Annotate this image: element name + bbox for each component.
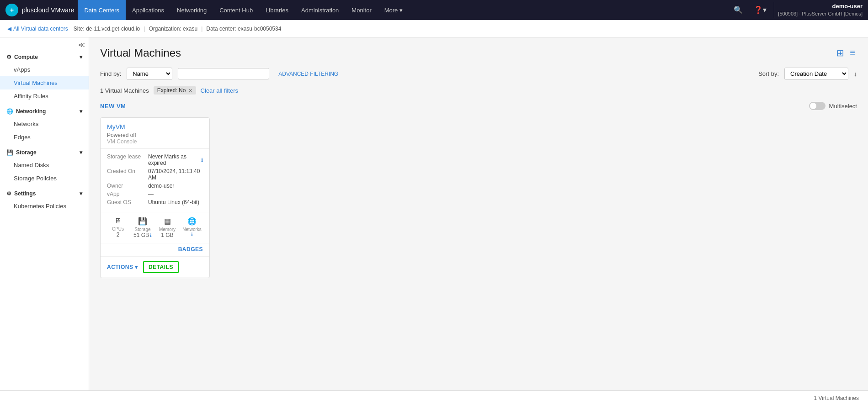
settings-chevron-icon: ▾ xyxy=(80,190,82,197)
networking-section-label: Networking xyxy=(16,108,80,115)
sidebar-collapse-btn[interactable]: ≪ xyxy=(78,41,85,48)
details-button[interactable]: DETAILS xyxy=(143,261,179,273)
nav-item-administration[interactable]: Administration xyxy=(295,0,345,20)
sidebar-section-networking-header[interactable]: 🌐 Networking ▾ xyxy=(0,105,89,117)
vm-detail-row-created-on: Created On 07/10/2024, 11:13:40 AM xyxy=(107,168,203,181)
settings-section-icon: ⚙ xyxy=(6,190,11,197)
filter-tag-remove-icon[interactable]: × xyxy=(188,87,192,94)
breadcrumb-sep-1: | xyxy=(144,26,145,32)
networks-info-icon[interactable]: ℹ xyxy=(191,232,193,237)
filter-tag: Expired: No × xyxy=(154,86,196,95)
sidebar-item-kubernetes-policies[interactable]: Kubernetes Policies xyxy=(0,200,89,213)
user-info: demo-user [500903] · PlusServer GmbH [De… xyxy=(774,2,863,18)
cpus-icon: 🖥 xyxy=(114,217,122,225)
storage-section-label: Storage xyxy=(16,149,80,156)
storage-info-icon[interactable]: ℹ xyxy=(150,233,152,238)
owner-value: demo-user xyxy=(148,183,174,189)
networks-label: Networks xyxy=(182,227,202,232)
user-detail: [500903] · PlusServer GmbH [Demos] xyxy=(778,11,863,17)
networking-chevron-icon: ▾ xyxy=(80,108,82,115)
sidebar-section-compute: ⚙ Compute ▾ vApps Virtual Machines Affin… xyxy=(0,50,89,103)
bottom-count: 1 Virtual Machines xyxy=(814,395,859,401)
vm-resource-cpus: 🖥 CPUs 2 xyxy=(107,217,129,238)
sidebar-section-settings-header[interactable]: ⚙ Settings ▾ xyxy=(0,187,89,200)
guest-os-label: Guest OS xyxy=(107,199,148,205)
compute-chevron-icon: ▾ xyxy=(80,54,82,60)
list-view-icon[interactable]: ≡ xyxy=(848,47,857,59)
actions-button[interactable]: ACTIONS ▾ xyxy=(107,264,138,270)
vm-resource-memory: ▦ Memory 1 GB xyxy=(156,217,178,238)
nav-item-libraries[interactable]: Libraries xyxy=(259,0,295,20)
main-layout: ≪ ⚙ Compute ▾ vApps Virtual Machines Aff… xyxy=(0,37,868,390)
sidebar-item-named-disks[interactable]: Named Disks xyxy=(0,158,89,172)
advanced-filter-link[interactable]: ADVANCED FILTERING xyxy=(278,71,338,77)
edges-label: Edges xyxy=(14,134,31,141)
sort-select[interactable]: Creation Date xyxy=(784,68,848,80)
compute-section-icon: ⚙ xyxy=(6,54,11,60)
storage-lease-value: Never Marks as expired ℹ xyxy=(148,153,203,166)
sidebar-item-vapps[interactable]: vApps xyxy=(0,63,89,76)
sidebar-section-storage-header[interactable]: 💾 Storage ▾ xyxy=(0,146,89,158)
vm-resource-storage: 💾 Storage 51 GB ℹ xyxy=(132,217,154,238)
logo-circle: + xyxy=(5,4,18,16)
sidebar-item-virtual-machines[interactable]: Virtual Machines xyxy=(0,76,89,89)
kubernetes-policies-label: Kubernetes Policies xyxy=(14,203,66,210)
bottom-bar: 1 Virtual Machines xyxy=(0,390,868,405)
vm-card-details: Storage lease Never Marks as expired ℹ C… xyxy=(101,149,209,212)
nav-item-monitor[interactable]: Monitor xyxy=(345,0,378,20)
affinity-rules-label: Affinity Rules xyxy=(14,93,48,100)
vapps-label: vApps xyxy=(14,66,30,73)
page-title: Virtual Machines xyxy=(100,47,181,59)
memory-value: 1 GB xyxy=(161,232,173,238)
back-arrow-icon: ◀ xyxy=(7,26,11,32)
storage-lease-info-icon[interactable]: ℹ xyxy=(201,157,203,163)
sidebar-item-edges[interactable]: Edges xyxy=(0,131,89,144)
sort-direction-icon[interactable]: ↓ xyxy=(854,70,857,78)
new-vm-button[interactable]: NEW VM xyxy=(100,103,126,110)
multiselect-label: Multiselect xyxy=(829,103,857,110)
search-icon[interactable]: 🔍 xyxy=(730,4,746,16)
find-by-input[interactable] xyxy=(178,68,269,79)
back-link[interactable]: ◀ All Virtual data centers xyxy=(7,26,68,32)
multiselect-toggle[interactable] xyxy=(809,102,825,110)
storage-section-icon: 💾 xyxy=(6,149,13,156)
vm-console-link[interactable]: VM Console xyxy=(107,138,203,145)
breadcrumb-dc: Data center: exasu-bc0050534 xyxy=(206,26,281,32)
nav-item-more[interactable]: More ▾ xyxy=(378,0,409,20)
nav-items: Data CentersApplicationsNetworkingConten… xyxy=(78,0,409,20)
created-on-value: 07/10/2024, 11:13:40 AM xyxy=(148,168,203,181)
networking-section-icon: 🌐 xyxy=(6,108,13,115)
sidebar-section-settings: ⚙ Settings ▾ Kubernetes Policies xyxy=(0,187,89,213)
storage-value: 51 GB ℹ xyxy=(133,232,152,238)
find-by-label: Find by: xyxy=(100,70,121,77)
created-on-label: Created On xyxy=(107,168,148,181)
filter-row: Find by: Name ADVANCED FILTERING Sort by… xyxy=(100,68,857,80)
help-icon[interactable]: ❓▾ xyxy=(750,4,770,16)
grid-view-icon[interactable]: ⊞ xyxy=(835,47,846,59)
clear-filters-link[interactable]: Clear all filters xyxy=(201,87,238,94)
nav-item-networking[interactable]: Networking xyxy=(170,0,213,20)
sidebar-item-storage-policies[interactable]: Storage Policies xyxy=(0,172,89,185)
storage-lease-label: Storage lease xyxy=(107,153,148,166)
owner-label: Owner xyxy=(107,183,148,189)
actions-chevron-icon: ▾ xyxy=(135,264,138,270)
logo-area[interactable]: + pluscloud VMware xyxy=(5,4,74,16)
actions-label: ACTIONS xyxy=(107,264,133,270)
nav-right: 🔍 ❓▾ demo-user [500903] · PlusServer Gmb… xyxy=(730,2,863,18)
sidebar-item-affinity-rules[interactable]: Affinity Rules xyxy=(0,89,89,103)
vm-cards-grid: MyVM Powered off VM Console Storage leas… xyxy=(100,117,857,278)
networks-label: Networks xyxy=(14,121,38,127)
breadcrumb-bar: ◀ All Virtual data centers Site: de-11.v… xyxy=(0,20,868,37)
sidebar-item-networks[interactable]: Networks xyxy=(0,117,89,131)
find-by-select[interactable]: Name xyxy=(127,68,172,80)
settings-section-label: Settings xyxy=(14,190,80,197)
sidebar-section-compute-header[interactable]: ⚙ Compute ▾ xyxy=(0,50,89,63)
networks-icon: 🌐 xyxy=(187,217,197,226)
nav-item-data-centers[interactable]: Data Centers xyxy=(78,0,126,20)
badges-link[interactable]: BADGES xyxy=(178,246,203,252)
vm-name-link[interactable]: MyVM xyxy=(107,123,203,131)
nav-item-applications[interactable]: Applications xyxy=(126,0,170,20)
sidebar-section-networking: 🌐 Networking ▾ Networks Edges xyxy=(0,105,89,144)
storage-chevron-icon: ▾ xyxy=(80,149,82,156)
nav-item-content-hub[interactable]: Content Hub xyxy=(213,0,259,20)
